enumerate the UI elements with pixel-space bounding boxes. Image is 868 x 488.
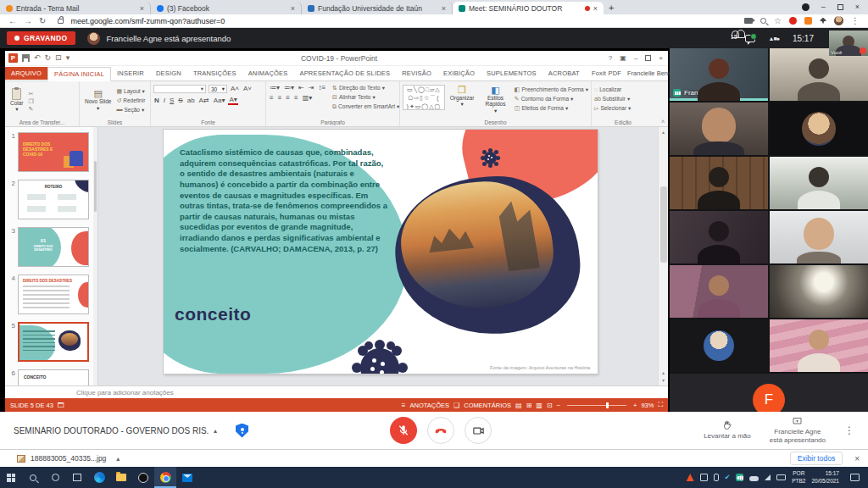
participant-video-man-white-shirt-window[interactable] bbox=[770, 157, 868, 209]
start-button[interactable] bbox=[0, 467, 22, 488]
camera-app-icon[interactable] bbox=[132, 467, 154, 488]
align-left-icon[interactable]: ≡ bbox=[269, 95, 275, 102]
view-normal-icon[interactable]: ▤ bbox=[515, 402, 522, 409]
slide-scrollbar[interactable]: ▴ ▴▾ bbox=[658, 127, 668, 385]
bullets-button[interactable]: ≔▾ bbox=[269, 85, 281, 92]
bold-button[interactable]: N bbox=[153, 97, 160, 104]
participant-video-woman-glasses-purple[interactable] bbox=[670, 265, 768, 318]
tray-sync-icon[interactable]: ✔ bbox=[725, 474, 731, 481]
ribbon-tab-anima-es[interactable]: ANIMAÇÕES bbox=[242, 67, 294, 80]
extension-icon-orange[interactable] bbox=[804, 17, 812, 25]
view-sorter-icon[interactable]: ⊞ bbox=[526, 402, 532, 409]
font-size-combobox[interactable]: 30▾ bbox=[209, 85, 227, 93]
decrease-indent-icon[interactable]: ⇤ bbox=[298, 85, 305, 92]
scrollbar-thumb[interactable] bbox=[660, 186, 667, 263]
fit-to-window-icon[interactable]: ⛶ bbox=[658, 401, 663, 409]
camera-permission-icon[interactable] bbox=[744, 18, 753, 24]
ribbon-tab-apresenta-o-de-slides[interactable]: APRESENTAÇÃO DE SLIDES bbox=[293, 67, 396, 80]
back-button[interactable]: ← bbox=[8, 14, 17, 28]
increase-indent-icon[interactable]: ⇥ bbox=[308, 85, 315, 92]
paste-button[interactable]: Colar▾ bbox=[8, 87, 26, 114]
zoom-slider[interactable] bbox=[567, 405, 626, 406]
redo-icon[interactable]: ↻ bbox=[45, 54, 52, 62]
tray-onedrive-icon[interactable] bbox=[749, 476, 759, 481]
collapse-ribbon-icon[interactable]: ˄ bbox=[661, 119, 668, 126]
section-button[interactable]: ▬Seção ▾ bbox=[116, 106, 145, 114]
self-view-tile[interactable]: Você bbox=[829, 30, 868, 56]
slide-thumbnail-6[interactable]: 6CONCEITO bbox=[7, 369, 96, 385]
window-minimize-button[interactable]: – bbox=[821, 0, 826, 14]
participant-video-woman-closeup[interactable] bbox=[670, 103, 768, 155]
font-color-button[interactable]: A▾ bbox=[228, 97, 237, 105]
shape-fill-button[interactable]: ◧Preenchimento da Forma ▾ bbox=[515, 86, 588, 94]
ppt-minimize-button[interactable]: – bbox=[634, 54, 637, 62]
ribbon-display-button[interactable]: ▣ bbox=[620, 54, 626, 62]
new-slide-button[interactable]: ▤ Novo Slide▾ bbox=[82, 88, 114, 112]
save-icon[interactable] bbox=[22, 54, 30, 62]
meeting-details-chevron-icon[interactable]: ▴ bbox=[214, 427, 217, 435]
ribbon-tab-exibi-o[interactable]: EXIBIÇÃO bbox=[437, 67, 481, 80]
task-view-icon[interactable] bbox=[66, 467, 88, 488]
ribbon-tab-design[interactable]: DESIGN bbox=[150, 67, 187, 80]
hang-up-button[interactable] bbox=[427, 417, 454, 444]
thumbnail-preview[interactable]: ROTEIRO bbox=[18, 180, 89, 219]
thumbnail-preview[interactable] bbox=[18, 322, 89, 362]
taskbar-search-icon[interactable] bbox=[22, 467, 44, 488]
participant-video-woman-red-hair-glasses[interactable]: Francielle Agne bbox=[670, 48, 768, 101]
change-case-button[interactable]: Aa▾ bbox=[213, 97, 226, 104]
align-text-button[interactable]: ⊟Alinhar Texto ▾ bbox=[332, 94, 399, 102]
select-button[interactable]: ▻Selecionar ▾ bbox=[594, 105, 652, 113]
cortana-icon[interactable] bbox=[44, 467, 66, 488]
extensions-pin-icon[interactable] bbox=[820, 18, 826, 25]
reset-button[interactable]: ↺Redefinir bbox=[116, 97, 145, 105]
ribbon-tab-p-gina-inicial[interactable]: PÁGINA INICIAL bbox=[47, 67, 111, 81]
file-explorer-icon[interactable] bbox=[110, 467, 132, 488]
slide-thumbnail-2[interactable]: 2ROTEIRO bbox=[7, 180, 96, 219]
new-tab-button[interactable]: + bbox=[609, 3, 614, 13]
layout-button[interactable]: ▦Layout ▾ bbox=[116, 88, 145, 96]
comments-button[interactable]: COMENTÁRIOS bbox=[464, 402, 511, 409]
text-direction-button[interactable]: ⇅Direção do Texto ▾ bbox=[332, 85, 399, 92]
participant-video-older-man-closeup[interactable] bbox=[770, 211, 868, 263]
thumbnail-preview[interactable]: DIREITO DOS DESASTRES E COVID-19 bbox=[18, 132, 89, 172]
numbering-button[interactable]: ≕▾ bbox=[283, 85, 295, 92]
show-all-downloads-button[interactable]: Exibir todos bbox=[790, 452, 843, 465]
smartart-button[interactable]: ⧉Converter em SmartArt ▾ bbox=[332, 103, 399, 111]
browser-tab[interactable]: Entrada - Terra Mail× bbox=[0, 2, 151, 14]
participant-video-suit-photo-avatar-dark-tile[interactable] bbox=[670, 319, 768, 372]
participant-video-photo-avatar-dark-tile[interactable] bbox=[770, 103, 868, 155]
notes-pane[interactable]: Clique para adicionar anotações bbox=[5, 385, 668, 398]
camera-button[interactable] bbox=[465, 417, 492, 444]
current-slide[interactable]: Cataclismo sistêmico de causas que, comb… bbox=[164, 130, 598, 374]
ribbon-tab-arquivo[interactable]: ARQUIVO bbox=[5, 67, 47, 80]
tray-printer-icon[interactable] bbox=[700, 474, 708, 481]
cut-icon[interactable]: ✂ bbox=[29, 91, 34, 97]
font-name-combobox[interactable]: ▾ bbox=[153, 85, 206, 93]
browser-tab[interactable]: Meet: SEMINÁRIO DOUTOR× bbox=[453, 2, 604, 14]
tab-close-icon[interactable]: × bbox=[442, 4, 446, 13]
shape-effects-button[interactable]: ◫Efeitos de Forma ▾ bbox=[515, 105, 588, 113]
tray-foxit-icon[interactable] bbox=[687, 474, 694, 481]
lock-icon[interactable] bbox=[58, 19, 64, 24]
tray-network-icon[interactable] bbox=[765, 474, 771, 480]
align-center-icon[interactable]: ≡ bbox=[277, 95, 283, 102]
tray-keyboard-icon[interactable] bbox=[776, 474, 786, 480]
url-text[interactable]: meet.google.com/smf-zumm-qon?authuser=0 bbox=[70, 17, 737, 25]
participant-video-woman-dark-hair[interactable] bbox=[670, 211, 768, 263]
window-close-button[interactable]: × bbox=[855, 0, 860, 14]
you-are-presenting-button[interactable]: Francielle Agne está apresentando bbox=[770, 416, 826, 444]
annotations-button[interactable]: ANOTAÇÕES bbox=[410, 402, 450, 409]
tray-language-indicator[interactable]: POR PTB2 bbox=[792, 470, 805, 485]
download-item-chevron-icon[interactable]: ▴ bbox=[116, 455, 120, 463]
align-right-icon[interactable]: ≡ bbox=[285, 95, 291, 102]
thumbnail-scrollbar[interactable] bbox=[93, 127, 97, 385]
meeting-name[interactable]: SEMINÁRIO DOUTORADO - GOVERNO DOS RIS... bbox=[14, 426, 209, 435]
slide-thumbnail-5[interactable]: 5 bbox=[7, 322, 96, 362]
shapes-gallery[interactable]: ▭╲◯□▱△⬠⇨▯☆⌒()✦▭◯△▢ bbox=[403, 85, 445, 110]
mic-mute-button[interactable] bbox=[390, 417, 417, 444]
replace-button[interactable]: abSubstituir ▾ bbox=[594, 96, 652, 103]
ribbon-tab-inserir[interactable]: INSERIR bbox=[111, 67, 150, 80]
edge-icon[interactable] bbox=[88, 467, 110, 488]
zoom-in-button[interactable]: + bbox=[633, 402, 637, 409]
bookmark-star-icon[interactable]: ☆ bbox=[774, 16, 782, 25]
